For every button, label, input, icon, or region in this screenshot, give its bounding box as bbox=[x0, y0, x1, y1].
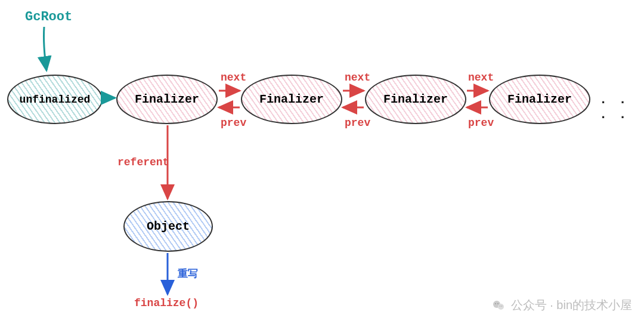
label-referent: referent bbox=[117, 156, 169, 168]
wechat-icon bbox=[492, 298, 506, 313]
node-finalizer-1-text: Finalizer bbox=[135, 92, 199, 106]
label-prev-23: prev bbox=[345, 117, 370, 129]
label-next-34: next bbox=[468, 72, 494, 84]
node-finalizer-3-text: Finalizer bbox=[383, 92, 448, 106]
node-object-text: Object bbox=[147, 220, 190, 233]
ellipsis: . . . . bbox=[599, 92, 644, 122]
node-finalizer-2: Finalizer bbox=[241, 75, 342, 124]
svg-point-3 bbox=[497, 303, 499, 304]
node-finalizer-1: Finalizer bbox=[116, 75, 218, 124]
svg-point-5 bbox=[501, 306, 501, 306]
label-finalize: finalize() bbox=[134, 297, 199, 309]
node-finalizer-3: Finalizer bbox=[365, 75, 466, 124]
node-finalizer-4: Finalizer bbox=[489, 75, 590, 124]
node-finalizer-4-text: Finalizer bbox=[507, 92, 572, 106]
label-override: 重写 bbox=[178, 267, 198, 280]
label-next-23: next bbox=[345, 72, 370, 84]
gcroot-label: GcRoot bbox=[25, 10, 72, 24]
watermark: 公众号 · bin的技术小屋 bbox=[492, 297, 632, 313]
svg-point-4 bbox=[499, 306, 500, 306]
node-object: Object bbox=[123, 201, 213, 252]
arrows-overlay bbox=[0, 0, 644, 324]
node-unfinalized: unfinalized bbox=[7, 75, 103, 124]
watermark-text: 公众号 · bin的技术小屋 bbox=[511, 297, 632, 313]
svg-point-1 bbox=[498, 304, 504, 310]
arrow-gcroot-to-unfinalized bbox=[44, 27, 47, 70]
svg-point-2 bbox=[495, 303, 496, 304]
label-prev-34: prev bbox=[468, 117, 494, 129]
label-next-12: next bbox=[221, 72, 246, 84]
node-unfinalized-text: unfinalized bbox=[20, 94, 91, 106]
label-prev-12: prev bbox=[221, 117, 246, 129]
node-finalizer-2-text: Finalizer bbox=[259, 92, 324, 106]
